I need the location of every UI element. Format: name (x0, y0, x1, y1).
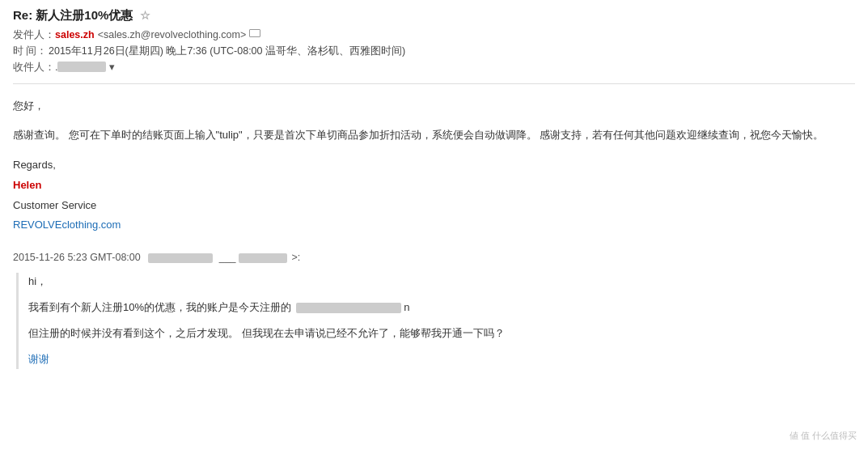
email-subject: Re: 新人注册10%优惠 ☆ (13, 8, 855, 23)
sender-email: <sales.zh@revolveclothing.com> (98, 29, 247, 40)
time-label: 时 间： (13, 45, 49, 58)
email-header: Re: 新人注册10%优惠 ☆ 发件人： sales.zh <sales.zh@… (13, 8, 855, 84)
sender-label: 发件人： (13, 28, 55, 42)
star-icon[interactable]: ☆ (140, 9, 150, 22)
regards-block: Regards, Helen Customer Service REVOLVEc… (13, 155, 855, 236)
quoted-line2: 但注册的时候并没有看到这个，之后才发现。 但我现在去申请说已经不允许了，能够帮我… (28, 325, 855, 342)
time-value: 2015年11月26日(星期四) 晚上7:36 (UTC-08:00 温哥华、洛… (49, 45, 405, 58)
recipient-row: 收件人： . ▾ (13, 61, 855, 74)
revolve-link[interactable]: REVOLVEclothing.com (13, 219, 121, 231)
quoted-hi: hi， (28, 273, 855, 291)
body-main: 感谢查询。 您可在下单时的结账页面上输入"tulip"，只要是首次下单切商品参加… (13, 126, 855, 144)
sender-row: 发件人： sales.zh <sales.zh@revolveclothing.… (13, 28, 855, 42)
recipient-blurred (57, 62, 106, 72)
mail-icon[interactable] (249, 29, 260, 37)
helen-name: Helen (13, 176, 855, 196)
subject-text: Re: 新人注册10%优惠 (13, 8, 133, 22)
regards-text: Regards, (13, 155, 855, 176)
time-row: 时 间： 2015年11月26日(星期四) 晚上7:36 (UTC-08:00 … (13, 45, 855, 58)
watermark: 値 值 什么值得买 (790, 430, 857, 442)
sender-name[interactable]: sales.zh (55, 29, 95, 40)
quoted-block: hi， 我看到有个新人注册10%的优惠，我的账户是今天注册的 n 但注册的时候并… (16, 273, 855, 368)
quoted-time: 2015-11-26 5:23 GMT-08:00 ___ >: (13, 252, 300, 263)
watermark-text: 值 什么值得买 (801, 431, 857, 440)
quoted-line1: 我看到有个新人注册10%的优惠，我的账户是今天注册的 n (28, 299, 855, 316)
recipient-expand-icon[interactable]: ▾ (109, 61, 115, 73)
watermark-icon: 値 (790, 431, 798, 440)
email-body: 您好， 感谢查询。 您可在下单时的结账页面上输入"tulip"，只要是首次下单切… (13, 94, 855, 380)
body-greeting: 您好， (13, 97, 855, 115)
quoted-thanks: 谢谢 (28, 353, 49, 365)
recipient-label: 收件人： (13, 61, 55, 74)
email-container: Re: 新人注册10%优惠 ☆ 发件人： sales.zh <sales.zh@… (0, 0, 868, 388)
customer-service: Customer Service (13, 196, 855, 216)
